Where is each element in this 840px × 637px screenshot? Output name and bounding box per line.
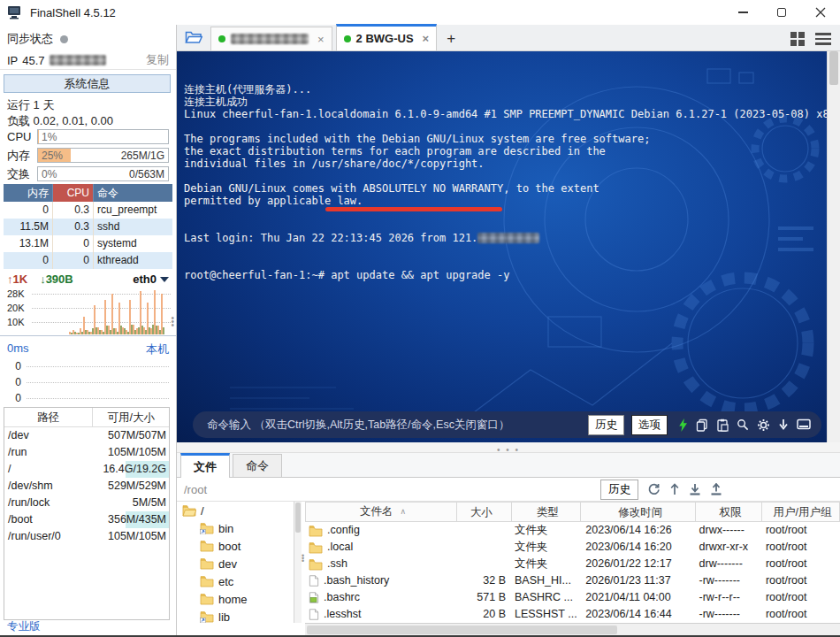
disk-row[interactable]: /run105M/105M	[4, 444, 169, 461]
edition-label[interactable]: 专业版	[7, 619, 41, 634]
path-history-button[interactable]: 历史	[600, 480, 638, 500]
scrollbar-thumb[interactable]	[307, 625, 617, 634]
header-filename[interactable]: 文件名∧	[306, 503, 457, 521]
disk-row[interactable]: /run/user/0105M/105M	[4, 528, 169, 545]
process-row[interactable]: 00.3rcu_preempt	[4, 202, 172, 219]
grid-view-button[interactable]	[790, 32, 805, 46]
terminal[interactable]: 连接主机(代理服务器)...连接主机成功Linux cheerful-fan-1…	[177, 51, 827, 442]
header-user[interactable]: 用户/用户组	[762, 503, 840, 521]
panel-splitter[interactable]: • • •	[177, 442, 840, 453]
maximize-button[interactable]	[762, 0, 801, 25]
network-stats-header: ↑1K ↓390B eth0	[7, 272, 169, 286]
close-tab-icon[interactable]: ×	[423, 32, 430, 45]
file-row[interactable]: .config文件夹2023/06/14 16:26drwx------root…	[305, 522, 840, 539]
disk-row[interactable]: /dev/shm529M/529M	[4, 478, 169, 495]
memory-meter-percent: 25%	[42, 150, 63, 162]
gear-icon[interactable]	[757, 418, 770, 432]
file-row[interactable]: .lesshst20 BLESSHST ...2023/06/14 16:44-…	[305, 606, 840, 623]
process-header-memory[interactable]: 内存	[4, 184, 53, 202]
command-input-bar[interactable]: 命令输入 （双击Ctrl切换,Alt历史,Tab路径/命令,Esc关闭窗口） 历…	[193, 411, 821, 438]
disk-header-size[interactable]: 可用/大小	[93, 408, 169, 426]
disk-row[interactable]: /run/lock5M/5M	[4, 495, 169, 511]
scrollbar-thumb[interactable]	[295, 503, 301, 533]
annotation-red-underline	[325, 207, 502, 211]
process-row[interactable]: 11.5M0.3sshd	[4, 219, 172, 235]
tree-resize-handle[interactable]: •••	[302, 555, 304, 563]
paste-icon[interactable]	[716, 418, 729, 432]
disk-header-path[interactable]: 路径	[4, 408, 93, 426]
tree-item-dev[interactable]: dev	[177, 555, 294, 572]
process-table-header[interactable]: 内存 CPU 命令	[4, 184, 172, 202]
system-info-button[interactable]: 系统信息	[4, 74, 171, 93]
disk-row[interactable]: /dev507M/507M	[4, 427, 169, 444]
disk-row[interactable]: /boot356M/435M	[4, 511, 169, 528]
menu-button[interactable]	[815, 33, 831, 45]
main-area: × 2 BWG-US × +	[177, 25, 840, 637]
process-header-cpu[interactable]: CPU	[53, 184, 94, 202]
search-icon[interactable]	[737, 418, 749, 431]
refresh-icon[interactable]	[647, 483, 661, 496]
load-average-label: 负载 0.02, 0.01, 0.00	[7, 113, 113, 129]
minimize-button[interactable]	[723, 0, 762, 25]
ping-chart: 000	[7, 358, 169, 406]
header-perms[interactable]: 权限	[696, 503, 762, 521]
file-name: .local	[327, 539, 353, 556]
interface-selector[interactable]: eth0	[133, 272, 169, 286]
options-button[interactable]: 选项	[631, 415, 668, 435]
open-connections-button[interactable]	[177, 25, 210, 50]
file-icon	[309, 609, 319, 620]
tree-item-label: boot	[218, 540, 241, 553]
tree-item-boot[interactable]: boot	[177, 537, 294, 555]
network-ytick: 10K	[7, 317, 30, 327]
upload-rate: ↑1K	[7, 272, 27, 286]
command-input-placeholder[interactable]: 命令输入 （双击Ctrl切换,Alt历史,Tab路径/命令,Esc关闭窗口）	[207, 418, 581, 433]
ping-target-selector[interactable]: 本机	[146, 342, 169, 357]
upload-icon[interactable]	[710, 483, 722, 496]
terminal-line-last-login: Last login: Thu Jan 22 22:13:45 2026 fro…	[184, 232, 823, 244]
ping-row: 0	[7, 390, 169, 406]
tree-item-home[interactable]: home	[177, 590, 294, 608]
lightning-icon[interactable]	[678, 418, 688, 432]
process-row[interactable]: 13.1M0systemd	[4, 235, 172, 252]
shell-prompt: root@cheerful-fan-1:~#	[184, 269, 331, 281]
ip-value-redacted	[50, 55, 106, 65]
close-button[interactable]	[801, 0, 840, 25]
close-tab-icon[interactable]: ×	[317, 33, 325, 46]
session-tab-2[interactable]: 2 BWG-US ×	[336, 24, 438, 50]
terminal-line: 连接主机(代理服务器)...	[184, 83, 823, 96]
tree-item-lib[interactable]: lib	[177, 608, 294, 623]
file-row[interactable]: .local文件夹2023/06/14 16:20drwxr-xr-xroot/…	[305, 539, 840, 556]
header-type[interactable]: 类型	[512, 503, 581, 521]
header-mtime[interactable]: 修改时间	[581, 503, 696, 521]
disk-table-header[interactable]: 路径 可用/大小	[4, 408, 169, 427]
file-row[interactable]: .bash_history32 BBASH_HI...2026/01/23 11…	[305, 572, 840, 589]
down-arrow-icon[interactable]	[778, 418, 789, 431]
sidebar: 同步状态 IP 45.7 复制 系统信息 运行 1 天 负载 0.02, 0.0…	[0, 25, 177, 637]
tab-commands[interactable]: 命令	[233, 454, 282, 477]
up-level-icon[interactable]	[669, 483, 680, 496]
current-path-input[interactable]: /root	[184, 483, 840, 496]
sidebar-resize-handle[interactable]: •••	[171, 317, 174, 327]
download-icon[interactable]	[689, 483, 701, 496]
file-row[interactable]: .ssh文件夹2026/01/22 12:17drw-------root/ro…	[305, 556, 840, 572]
new-tab-button[interactable]: +	[440, 27, 462, 50]
history-button[interactable]: 历史	[588, 415, 624, 435]
disk-row[interactable]: /16.4G/19.2G	[4, 461, 169, 478]
file-row[interactable]: .bashrc571 BBASHRC ...2021/04/11 04:00-r…	[305, 589, 840, 606]
tree-scrollbar[interactable]	[294, 502, 302, 623]
session-tab-1[interactable]: ×	[210, 27, 332, 50]
tree-item-etc[interactable]: etc	[177, 572, 294, 590]
process-row[interactable]: 00kthreadd	[4, 252, 172, 269]
monitor-icon[interactable]	[797, 418, 811, 431]
tree-item-root[interactable]: /	[177, 502, 294, 519]
header-size[interactable]: 大小	[457, 503, 512, 521]
copy-ip-button[interactable]: 复制	[146, 52, 169, 68]
process-header-command[interactable]: 命令	[94, 184, 172, 202]
copy-icon[interactable]	[696, 418, 708, 432]
tab-files[interactable]: 文件	[180, 453, 230, 478]
scrollbar-thumb[interactable]	[829, 51, 838, 85]
file-table: 文件名∧ 大小 类型 修改时间 权限 用户/用户组 .config文件夹2023…	[305, 502, 840, 623]
terminal-scrollbar[interactable]	[827, 51, 840, 442]
file-name: .bash_history	[324, 572, 389, 589]
tree-item-bin[interactable]: bin	[177, 519, 294, 537]
